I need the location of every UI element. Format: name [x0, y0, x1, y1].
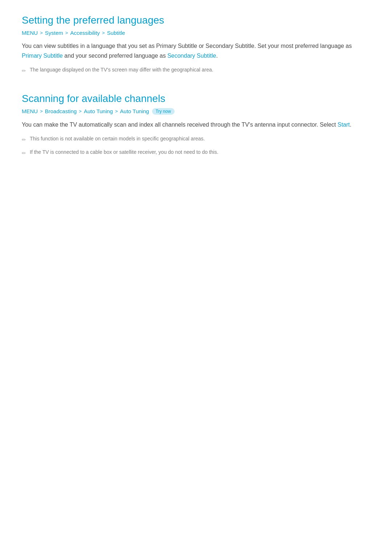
- section2-body-text2: .: [350, 122, 351, 128]
- section1-body-text3: .: [216, 53, 217, 59]
- section2-note2-text: If the TV is connected to a cable box or…: [30, 148, 219, 156]
- breadcrumb-sep2: >: [65, 30, 68, 36]
- section2-body: You can make the TV automatically scan a…: [22, 120, 370, 130]
- section1-note1-text: The language displayed on the TV's scree…: [30, 66, 213, 74]
- section1-note1: The language displayed on the TV's scree…: [22, 66, 370, 75]
- section1-highlight-secondary: Secondary Subtitle: [167, 53, 216, 59]
- section1-body: You can view subtitles in a language tha…: [22, 41, 370, 61]
- section2-body-text1: You can make the TV automatically scan a…: [22, 122, 338, 128]
- section2-note1: This function is not available on certai…: [22, 135, 370, 144]
- pencil-icon-3: [22, 148, 26, 158]
- breadcrumb-accessibility[interactable]: Accessibility: [70, 30, 100, 36]
- breadcrumb2-sep1: >: [40, 108, 43, 114]
- section2-breadcrumb: MENU > Broadcasting > Auto Tuning > Auto…: [22, 108, 370, 115]
- section-scanning-channels: Scanning for available channels MENU > B…: [22, 93, 370, 157]
- breadcrumb-menu[interactable]: MENU: [22, 30, 38, 36]
- section1-body-text2: and your second preferred language as: [63, 53, 167, 59]
- section1-title: Setting the preferred languages: [22, 15, 370, 26]
- breadcrumb-sep1: >: [40, 30, 43, 36]
- breadcrumb2-sep2: >: [79, 108, 82, 114]
- try-now-badge[interactable]: Try now: [152, 108, 175, 115]
- breadcrumb2-auto-tuning2[interactable]: Auto Tuning: [120, 108, 149, 114]
- breadcrumb2-broadcasting[interactable]: Broadcasting: [45, 108, 77, 114]
- section2-note2: If the TV is connected to a cable box or…: [22, 148, 370, 158]
- breadcrumb-subtitle[interactable]: Subtitle: [107, 30, 125, 36]
- breadcrumb-system[interactable]: System: [45, 30, 63, 36]
- breadcrumb2-menu[interactable]: MENU: [22, 108, 38, 114]
- section2-title: Scanning for available channels: [22, 93, 370, 104]
- breadcrumb-sep3: >: [102, 30, 105, 36]
- pencil-icon-2: [22, 135, 26, 144]
- section-preferred-languages: Setting the preferred languages MENU > S…: [22, 15, 370, 75]
- section2-highlight-start: Start: [338, 122, 350, 128]
- breadcrumb2-auto-tuning1[interactable]: Auto Tuning: [84, 108, 113, 114]
- breadcrumb2-sep3: >: [115, 108, 118, 114]
- section2-note1-text: This function is not available on certai…: [30, 135, 205, 143]
- pencil-icon-1: [22, 66, 26, 75]
- section1-breadcrumb: MENU > System > Accessibility > Subtitle: [22, 30, 370, 36]
- section1-body-text1: You can view subtitles in a language tha…: [22, 43, 352, 49]
- section1-highlight-primary: Primary Subtitle: [22, 53, 63, 59]
